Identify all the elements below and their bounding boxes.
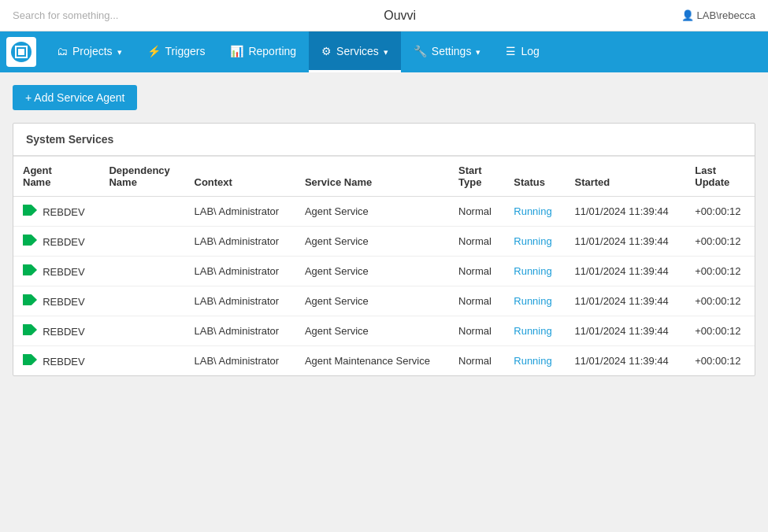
- projects-icon: 🗂: [57, 45, 68, 57]
- cell-start-type: Normal: [449, 346, 504, 376]
- cell-status: Running: [504, 227, 565, 257]
- cell-context: LAB\ Administrator: [185, 346, 295, 376]
- nav-label-projects: Projects: [72, 45, 113, 57]
- col-started: Started: [566, 157, 686, 197]
- cell-service-name: Agent Service: [295, 257, 449, 286]
- nav-label-log: Log: [521, 45, 539, 57]
- services-dropdown-icon: [384, 45, 388, 57]
- col-context: Context: [185, 157, 295, 197]
- services-table: AgentName DependencyName Context Service…: [13, 157, 755, 375]
- cell-context: LAB\ Administrator: [185, 257, 295, 286]
- cell-last-update: +00:00:12: [685, 346, 755, 376]
- panel-title: System Services: [13, 124, 755, 157]
- settings-icon: 🔧: [414, 45, 427, 57]
- cell-dependency-name: [99, 346, 184, 376]
- table-row[interactable]: REBDEV LAB\ Administrator Agent Service …: [13, 286, 755, 316]
- nav-item-projects[interactable]: 🗂 Projects: [44, 31, 135, 72]
- app-title: Ouvvi: [384, 9, 416, 23]
- settings-dropdown-icon: [476, 45, 480, 57]
- cell-service-name: Agent Service: [295, 316, 449, 346]
- running-flag-icon: [23, 235, 37, 246]
- triggers-icon: ⚡: [147, 45, 161, 57]
- col-agent-name: AgentName: [13, 157, 99, 197]
- cell-last-update: +00:00:12: [685, 257, 755, 286]
- cell-last-update: +00:00:12: [685, 316, 755, 346]
- projects-dropdown-icon: [117, 45, 122, 57]
- cell-dependency-name: [99, 286, 184, 316]
- cell-started: 11/01/2024 11:39:44: [566, 286, 686, 316]
- services-icon: ⚙: [321, 45, 332, 57]
- cell-status: Running: [504, 346, 565, 376]
- cell-service-name: Agent Service: [295, 197, 449, 227]
- cell-status: Running: [504, 257, 565, 286]
- cell-service-name: Agent Maintenance Service: [295, 346, 449, 376]
- cell-context: LAB\ Administrator: [185, 227, 295, 257]
- cell-last-update: +00:00:12: [685, 197, 755, 227]
- cell-started: 11/01/2024 11:39:44: [566, 316, 686, 346]
- running-flag-icon: [23, 205, 37, 216]
- cell-start-type: Normal: [449, 227, 504, 257]
- search-input[interactable]: Search for something...: [13, 9, 118, 21]
- cell-started: 11/01/2024 11:39:44: [566, 257, 686, 286]
- col-last-update: LastUpdate: [685, 157, 755, 197]
- cell-agent-name: REBDEV: [13, 346, 99, 376]
- app-logo: [6, 37, 36, 67]
- table-row[interactable]: REBDEV LAB\ Administrator Agent Service …: [13, 316, 755, 346]
- col-service-name: Service Name: [295, 157, 449, 197]
- col-dependency-name: DependencyName: [99, 157, 184, 197]
- nav-label-reporting: Reporting: [248, 45, 296, 57]
- add-service-agent-button[interactable]: + Add Service Agent: [13, 85, 137, 110]
- running-flag-icon: [23, 264, 37, 275]
- table-row[interactable]: REBDEV LAB\ Administrator Agent Maintena…: [13, 346, 755, 376]
- cell-started: 11/01/2024 11:39:44: [566, 197, 686, 227]
- col-status: Status: [504, 157, 565, 197]
- nav-label-triggers: Triggers: [165, 45, 206, 57]
- cell-context: LAB\ Administrator: [185, 197, 295, 227]
- running-flag-icon: [23, 294, 37, 305]
- cell-dependency-name: [99, 197, 184, 227]
- user-info: LAB\rebecca: [681, 9, 755, 21]
- cell-start-type: Normal: [449, 197, 504, 227]
- nav-item-reporting[interactable]: 📊 Reporting: [217, 31, 309, 72]
- cell-context: LAB\ Administrator: [185, 286, 295, 316]
- cell-status: Running: [504, 197, 565, 227]
- running-flag-icon: [23, 354, 37, 365]
- cell-agent-name: REBDEV: [13, 197, 99, 227]
- col-start-type: StartType: [449, 157, 504, 197]
- system-services-panel: System Services AgentName DependencyName…: [13, 123, 755, 376]
- running-flag-icon: [23, 324, 37, 335]
- nav-bar: 🗂 Projects ⚡ Triggers 📊 Reporting ⚙ Serv…: [0, 31, 768, 72]
- nav-item-triggers[interactable]: ⚡ Triggers: [135, 31, 218, 72]
- cell-start-type: Normal: [449, 286, 504, 316]
- nav-item-settings[interactable]: 🔧 Settings: [401, 31, 494, 72]
- cell-service-name: Agent Service: [295, 286, 449, 316]
- cell-agent-name: REBDEV: [13, 286, 99, 316]
- top-bar: Search for something... Ouvvi LAB\rebecc…: [0, 0, 768, 31]
- cell-start-type: Normal: [449, 257, 504, 286]
- reporting-icon: 📊: [230, 45, 243, 57]
- nav-item-log[interactable]: ☰ Log: [493, 31, 551, 72]
- cell-agent-name: REBDEV: [13, 227, 99, 257]
- cell-dependency-name: [99, 227, 184, 257]
- main-content: + Add Service Agent System Services Agen…: [0, 72, 768, 389]
- cell-context: LAB\ Administrator: [185, 316, 295, 346]
- cell-last-update: +00:00:12: [685, 227, 755, 257]
- nav-label-services: Services: [336, 45, 379, 57]
- cell-agent-name: REBDEV: [13, 316, 99, 346]
- cell-status: Running: [504, 316, 565, 346]
- table-row[interactable]: REBDEV LAB\ Administrator Agent Service …: [13, 227, 755, 257]
- cell-dependency-name: [99, 257, 184, 286]
- cell-service-name: Agent Service: [295, 227, 449, 257]
- cell-last-update: +00:00:12: [685, 286, 755, 316]
- table-row[interactable]: REBDEV LAB\ Administrator Agent Service …: [13, 257, 755, 286]
- nav-item-services[interactable]: ⚙ Services: [309, 31, 401, 72]
- cell-started: 11/01/2024 11:39:44: [566, 227, 686, 257]
- cell-dependency-name: [99, 316, 184, 346]
- table-header-row: AgentName DependencyName Context Service…: [13, 157, 755, 197]
- log-icon: ☰: [506, 45, 516, 57]
- nav-label-settings: Settings: [432, 45, 472, 57]
- table-row[interactable]: REBDEV LAB\ Administrator Agent Service …: [13, 197, 755, 227]
- cell-started: 11/01/2024 11:39:44: [566, 346, 686, 376]
- cell-status: Running: [504, 286, 565, 316]
- cell-agent-name: REBDEV: [13, 257, 99, 286]
